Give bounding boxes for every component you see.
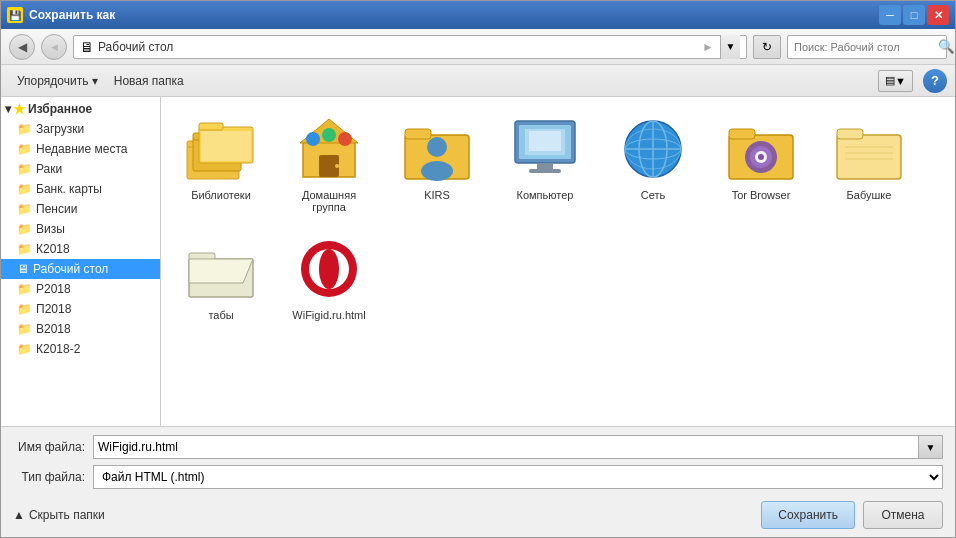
footer-bar: ▲ Скрыть папки Сохранить Отмена xyxy=(13,495,943,529)
svg-point-17 xyxy=(421,161,453,181)
filetype-row: Тип файла: Файл HTML (.html) xyxy=(13,465,943,489)
svg-point-46 xyxy=(319,249,339,289)
help-button[interactable]: ? xyxy=(923,69,947,93)
organize-button[interactable]: Упорядочить ▾ xyxy=(9,65,106,97)
back-button[interactable]: ◀ xyxy=(9,34,35,60)
svg-point-12 xyxy=(322,128,336,142)
svg-rect-21 xyxy=(529,131,561,151)
file-label-homegroup: Домашняя группа xyxy=(285,189,373,213)
sidebar-label: Рабочий стол xyxy=(33,262,108,276)
libraries-icon xyxy=(185,113,257,185)
svg-rect-37 xyxy=(837,129,863,139)
svg-marker-43 xyxy=(189,259,253,283)
address-toolbar: ◀ ◀ 🖥 Рабочий стол ► ▼ ↻ 🔍 xyxy=(1,29,955,65)
file-item-wifigid[interactable]: WiFigid.ru.html xyxy=(279,227,379,327)
svg-point-13 xyxy=(338,132,352,146)
sidebar-item-desktop[interactable]: 🖥 Рабочий стол xyxy=(1,259,160,279)
view-button[interactable]: ▤ ▼ xyxy=(878,70,913,92)
address-bar[interactable]: 🖥 Рабочий стол ► ▼ xyxy=(73,35,747,59)
maximize-button[interactable]: □ xyxy=(903,5,925,25)
file-item-kirs[interactable]: KIRS xyxy=(387,107,487,219)
sidebar-item-k2018[interactable]: 📁 К2018 xyxy=(1,239,160,259)
search-button[interactable]: 🔍 xyxy=(938,35,955,59)
cancel-button[interactable]: Отмена xyxy=(863,501,943,529)
search-bar[interactable]: 🔍 xyxy=(787,35,947,59)
save-button[interactable]: Сохранить xyxy=(761,501,855,529)
sidebar-label: К2018-2 xyxy=(36,342,80,356)
sidebar-item-r2018[interactable]: 📁 Р2018 xyxy=(1,279,160,299)
filename-row: Имя файла: ▼ xyxy=(13,435,943,459)
forward-button[interactable]: ◀ xyxy=(41,34,67,60)
search-input[interactable] xyxy=(788,41,938,53)
address-dropdown-arrow[interactable]: ▼ xyxy=(720,35,740,59)
folder-icon: 📁 xyxy=(17,202,32,216)
filename-input[interactable] xyxy=(93,435,919,459)
folder-icon: 📁 xyxy=(17,322,32,336)
folder-open-icon xyxy=(185,233,257,305)
sidebar-label: В2018 xyxy=(36,322,71,336)
file-label-network: Сеть xyxy=(641,189,665,201)
computer-icon xyxy=(509,113,581,185)
titlebar-left: 💾 Сохранить как xyxy=(7,7,115,23)
action-toolbar: Упорядочить ▾ Новая папка ▤ ▼ ? xyxy=(1,65,955,97)
address-text: Рабочий стол xyxy=(98,40,696,54)
file-label-torbrowser: Tor Browser xyxy=(732,189,791,201)
sidebar-item-v2018[interactable]: 📁 В2018 xyxy=(1,319,160,339)
svg-point-11 xyxy=(306,132,320,146)
folder-icon: 📁 xyxy=(17,142,32,156)
svg-rect-15 xyxy=(405,129,431,139)
file-item-torbrowser[interactable]: Tor Browser xyxy=(711,107,811,219)
torbrowser-icon xyxy=(725,113,797,185)
sidebar-item-pensions[interactable]: 📁 Пенсии xyxy=(1,199,160,219)
filetype-label: Тип файла: xyxy=(13,470,93,484)
file-label-babushke: Бабушке xyxy=(847,189,892,201)
filename-dropdown[interactable]: ▼ xyxy=(919,435,943,459)
sidebar-label: Раки xyxy=(36,162,62,176)
action-buttons: Сохранить Отмена xyxy=(761,501,943,529)
sidebar-item-raki[interactable]: 📁 Раки xyxy=(1,159,160,179)
sidebar-item-visa[interactable]: 📁 Визы xyxy=(1,219,160,239)
svg-rect-22 xyxy=(537,163,553,169)
svg-point-16 xyxy=(427,137,447,157)
folder-icon: 📁 xyxy=(17,222,32,236)
folder-icon: 📁 xyxy=(17,182,32,196)
folder-icon: 📁 xyxy=(17,122,32,136)
favorites-star-icon: ★ xyxy=(13,101,26,117)
hide-folders-label: Скрыть папки xyxy=(29,508,105,522)
titlebar-controls: ─ □ ✕ xyxy=(879,5,949,25)
new-folder-button[interactable]: Новая папка xyxy=(106,65,192,97)
filetype-select[interactable]: Файл HTML (.html) xyxy=(93,465,943,489)
file-label-computer: Компьютер xyxy=(517,189,574,201)
folder-babushke-icon xyxy=(833,113,905,185)
folder-icon: 📁 xyxy=(17,282,32,296)
sidebar-label: Банк. карты xyxy=(36,182,102,196)
file-item-computer[interactable]: Компьютер xyxy=(495,107,595,219)
view-arrow: ▼ xyxy=(895,75,906,87)
filename-label: Имя файла: xyxy=(13,440,93,454)
refresh-button[interactable]: ↻ xyxy=(753,35,781,59)
address-separator: ► xyxy=(702,40,714,54)
sidebar-item-k2018-2[interactable]: 📁 К2018-2 xyxy=(1,339,160,359)
svg-point-35 xyxy=(758,154,764,160)
hide-folders-button[interactable]: ▲ Скрыть папки xyxy=(13,508,105,522)
sidebar-item-bank[interactable]: 📁 Банк. карты xyxy=(1,179,160,199)
titlebar-title: Сохранить как xyxy=(29,8,115,22)
file-item-libraries[interactable]: Библиотеки xyxy=(171,107,271,219)
sidebar-item-p2018[interactable]: 📁 П2018 xyxy=(1,299,160,319)
folder-icon: 📁 xyxy=(17,302,32,316)
favorites-section[interactable]: ▾ ★ Избранное xyxy=(1,97,160,119)
close-button[interactable]: ✕ xyxy=(927,5,949,25)
homegroup-icon xyxy=(293,113,365,185)
sidebar-item-recent[interactable]: 📁 Недавние места xyxy=(1,139,160,159)
svg-rect-31 xyxy=(729,129,755,139)
folder-icon: 📁 xyxy=(17,342,32,356)
file-item-network[interactable]: Сеть xyxy=(603,107,703,219)
file-item-homegroup[interactable]: Домашняя группа xyxy=(279,107,379,219)
file-item-taby[interactable]: табы xyxy=(171,227,271,327)
svg-rect-5 xyxy=(199,123,223,130)
minimize-button[interactable]: ─ xyxy=(879,5,901,25)
file-label-wifigid: WiFigid.ru.html xyxy=(292,309,365,321)
file-item-babushke[interactable]: Бабушке xyxy=(819,107,919,219)
sidebar-item-downloads[interactable]: 📁 Загрузки xyxy=(1,119,160,139)
view-icon: ▤ xyxy=(885,74,895,87)
